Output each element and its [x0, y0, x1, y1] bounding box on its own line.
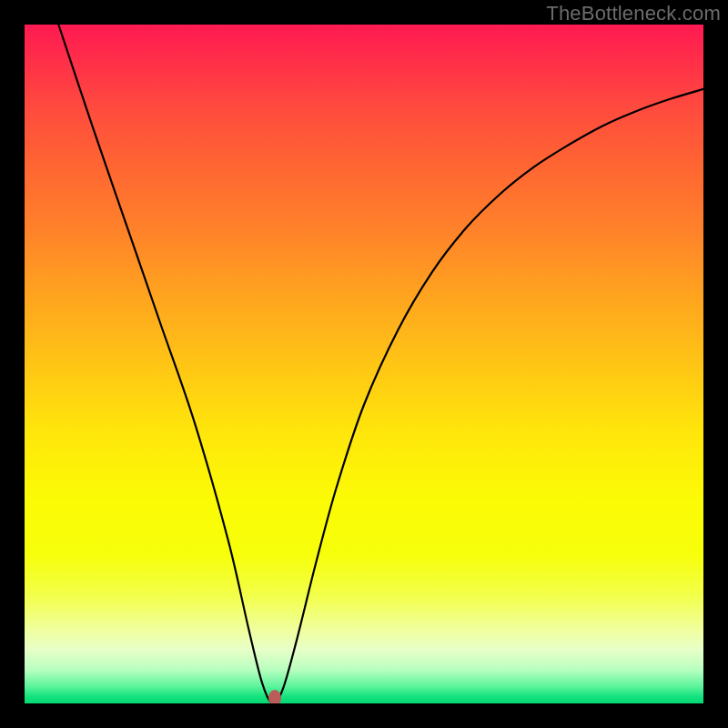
minimum-marker [268, 690, 281, 703]
chart-container: TheBottleneck.com [0, 0, 728, 728]
bottleneck-curve [25, 25, 703, 703]
watermark-text: TheBottleneck.com [546, 2, 721, 25]
plot-area [25, 25, 703, 703]
